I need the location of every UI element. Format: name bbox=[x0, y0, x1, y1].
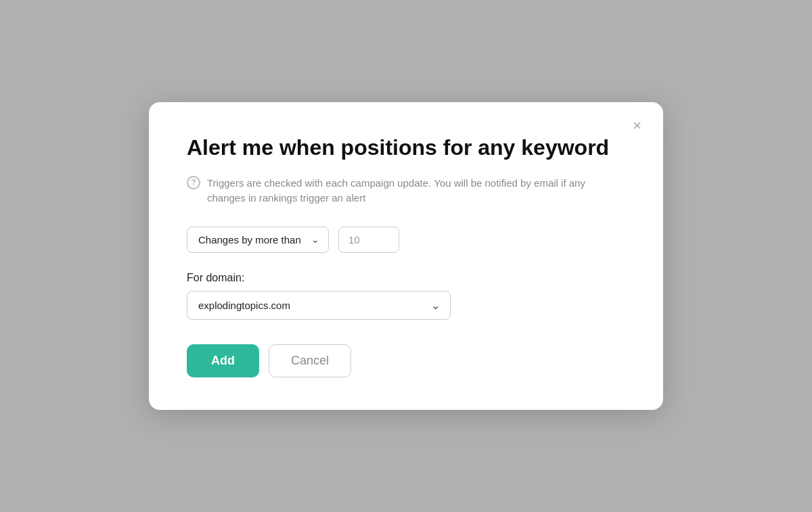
info-icon: ? bbox=[187, 176, 200, 189]
condition-value-input[interactable] bbox=[338, 227, 399, 253]
action-row: Add Cancel bbox=[187, 344, 625, 377]
modal-dialog: × Alert me when positions for any keywor… bbox=[149, 102, 663, 409]
cancel-button[interactable]: Cancel bbox=[269, 344, 351, 377]
info-text: Triggers are checked with each campaign … bbox=[207, 176, 625, 206]
close-button[interactable]: × bbox=[627, 116, 647, 136]
modal-title: Alert me when positions for any keyword bbox=[187, 135, 625, 160]
domain-select[interactable]: explodingtopics.comexample.com bbox=[187, 291, 451, 320]
info-row: ? Triggers are checked with each campaig… bbox=[187, 176, 625, 206]
add-button[interactable]: Add bbox=[187, 344, 259, 377]
controls-row: Changes by more thanEnters top 10Drops o… bbox=[187, 227, 625, 253]
condition-dropdown-wrapper: Changes by more thanEnters top 10Drops o… bbox=[187, 227, 329, 253]
domain-dropdown-wrapper: explodingtopics.comexample.com ⌄ bbox=[187, 291, 451, 320]
domain-label: For domain: bbox=[187, 272, 625, 284]
condition-select[interactable]: Changes by more thanEnters top 10Drops o… bbox=[187, 227, 329, 253]
